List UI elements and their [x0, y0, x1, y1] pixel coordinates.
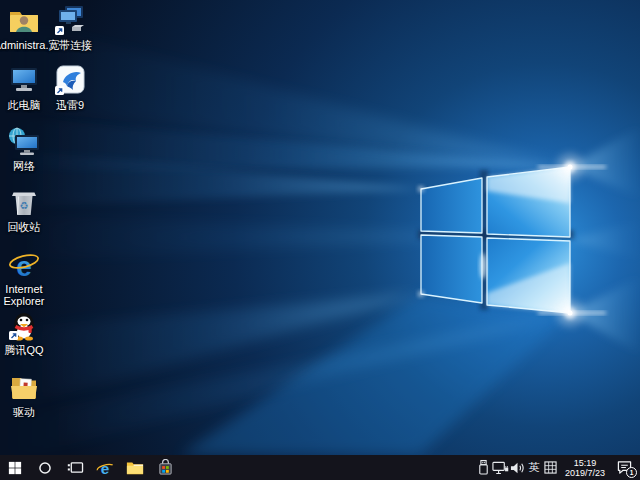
usb-device-tray-button[interactable] — [475, 455, 492, 480]
system-tray: 英 15:19 2019/7/23 1 — [475, 455, 640, 480]
desktop: Administra... 宽带连接 此电脑 — [0, 0, 640, 455]
icon-label: Internet Explorer — [0, 283, 56, 307]
icon-label: 回收站 — [8, 221, 41, 233]
svg-text:e: e — [101, 459, 110, 476]
start-button[interactable] — [0, 455, 30, 480]
usb-icon — [477, 459, 490, 476]
action-center-button[interactable]: 1 — [611, 455, 637, 480]
task-view-icon — [67, 460, 84, 475]
desktop-icon-driver-folder[interactable]: 驱动 — [0, 372, 56, 418]
tencent-qq-icon — [7, 310, 41, 342]
user-folder-icon — [7, 5, 41, 37]
ime-grid-keyboard-icon — [544, 461, 557, 474]
task-view-button[interactable] — [60, 455, 90, 480]
icon-label: 宽带连接 — [48, 39, 92, 51]
icon-label: 迅雷9 — [56, 99, 84, 111]
language-indicator[interactable]: 英 — [526, 455, 542, 480]
cortana-circle-icon — [38, 461, 52, 475]
volume-tray-button[interactable] — [509, 455, 526, 480]
desktop-icon-network[interactable]: 网络 — [0, 126, 56, 172]
recycle-bin-icon: ♻ — [7, 187, 41, 219]
this-pc-icon — [7, 65, 41, 97]
clock-time: 15:19 — [565, 458, 605, 468]
thunder9-icon — [53, 65, 87, 97]
cortana-search-button[interactable] — [30, 455, 60, 480]
broadband-connection-icon — [53, 5, 87, 37]
driver-folder-icon — [7, 372, 41, 404]
ime-mode-button[interactable] — [542, 455, 559, 480]
desktop-icon-recycle-bin[interactable]: ♻ 回收站 — [0, 187, 56, 233]
icon-label: 腾讯QQ — [4, 344, 43, 356]
icon-label: 网络 — [13, 160, 35, 172]
taskbar-clock[interactable]: 15:19 2019/7/23 — [559, 455, 611, 480]
desktop-icon-tencent-qq[interactable]: 腾讯QQ — [0, 310, 56, 356]
network-icon — [7, 126, 41, 158]
taskbar-internet-explorer-button[interactable]: e — [90, 455, 120, 480]
icon-label: 此电脑 — [8, 99, 41, 111]
desktop-icon-thunder9[interactable]: 迅雷9 — [38, 65, 102, 111]
network-tray-button[interactable] — [492, 455, 509, 480]
windows-start-icon — [8, 461, 22, 475]
taskbar: e — [0, 455, 640, 480]
svg-text:♻: ♻ — [20, 200, 29, 211]
icon-label: 驱动 — [13, 406, 35, 418]
taskbar-microsoft-store-button[interactable] — [150, 455, 180, 480]
taskbar-file-explorer-button[interactable] — [120, 455, 150, 480]
ethernet-network-icon — [492, 461, 509, 475]
desktop-icon-internet-explorer[interactable]: e Internet Explorer — [0, 249, 56, 307]
microsoft-store-icon — [157, 459, 174, 476]
clock-date: 2019/7/23 — [565, 468, 605, 478]
internet-explorer-icon: e — [7, 249, 41, 281]
notification-count-badge: 1 — [626, 467, 637, 478]
speaker-icon — [510, 461, 525, 475]
file-explorer-icon — [126, 460, 144, 475]
internet-explorer-icon: e — [96, 459, 114, 477]
desktop-icon-broadband-connection[interactable]: 宽带连接 — [38, 5, 102, 51]
